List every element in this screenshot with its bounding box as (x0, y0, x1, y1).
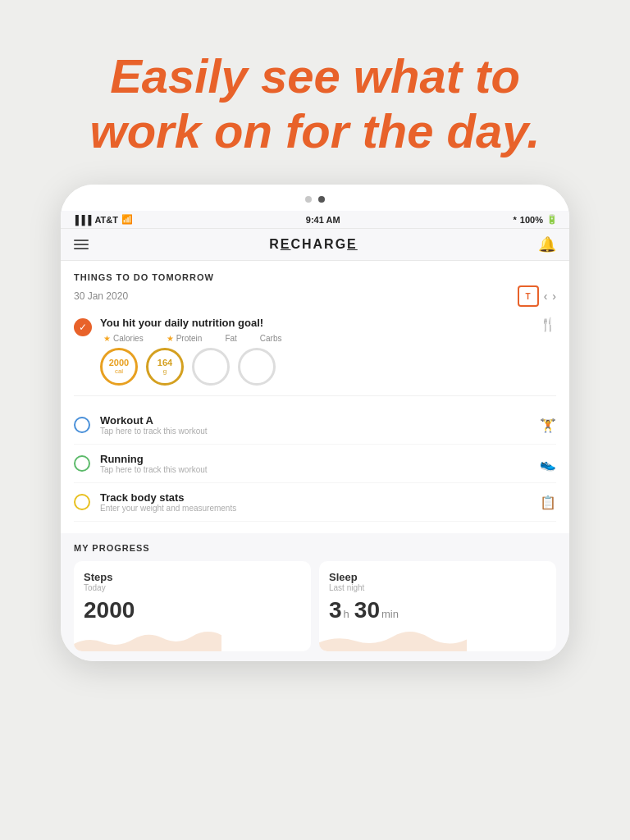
status-left: ▐▐▐ AT&T 📶 (72, 214, 133, 225)
macro-labels: ★ Calories ★ Protein Fat Carbs (103, 334, 540, 343)
steps-sub: Today (84, 583, 301, 592)
phone-frame: ▐▐▐ AT&T 📶 9:41 AM * 100% 🔋 RECHARGE 🔔 (61, 185, 569, 661)
task-text-workout: Workout A Tap here to track this workout (100, 414, 540, 436)
battery-label: 100% (520, 215, 543, 225)
carousel-dots (61, 185, 569, 211)
task-sub-running: Tap here to track this workout (100, 465, 540, 474)
fat-circle[interactable] (192, 348, 230, 386)
page-wrapper: Easily see what to work on for the day. … (0, 0, 630, 840)
task-title-bodystats: Track body stats (100, 491, 540, 504)
task-row-workout[interactable]: Workout A Tap here to track this workout… (74, 406, 556, 445)
bodystats-icon: 📋 (540, 495, 556, 510)
task-title-workout: Workout A (100, 414, 540, 427)
steps-label: Steps (84, 571, 301, 583)
task-sub-workout: Tap here to track this workout (100, 427, 540, 436)
task-circle-bodystats (74, 494, 90, 510)
carrier-label: AT&T (94, 215, 118, 225)
sleep-card[interactable]: Sleep Last night 3 h 30 min (319, 561, 556, 651)
status-right: * 100% 🔋 (514, 214, 558, 225)
battery-icon: 🔋 (546, 214, 558, 225)
app-content: THINGS TO DO TOMORROW 30 Jan 2020 T ‹ › … (61, 261, 569, 533)
dot-1[interactable] (305, 196, 312, 203)
running-icon: 👟 (540, 456, 556, 472)
steps-number: 2000 (84, 597, 135, 623)
app-title: RECHARGE (269, 237, 358, 252)
signal-icon: ▐▐▐ (72, 215, 91, 225)
section-date: 30 Jan 2020 (74, 290, 128, 302)
steps-value: 2000 (84, 597, 301, 623)
status-bar: ▐▐▐ AT&T 📶 9:41 AM * 100% 🔋 (61, 211, 569, 229)
today-badge[interactable]: T (518, 285, 539, 307)
nav-bar: RECHARGE 🔔 (61, 229, 569, 261)
prev-arrow[interactable]: ‹ (544, 290, 548, 303)
carbs-circle[interactable] (238, 348, 276, 386)
task-title-running: Running (100, 453, 540, 465)
task-row-bodystats[interactable]: Track body stats Enter your weight and m… (74, 483, 556, 522)
wifi-icon: 📶 (121, 214, 133, 225)
task-row-running[interactable]: Running Tap here to track this workout 👟 (74, 445, 556, 483)
notification-bell[interactable]: 🔔 (538, 235, 556, 253)
sleep-minutes-unit: min (381, 608, 399, 620)
protein-circle[interactable]: 164 g (146, 348, 184, 386)
hero-title: Easily see what to work on for the day. (90, 49, 541, 158)
hamburger-menu[interactable] (74, 240, 89, 249)
label-fat: Fat (225, 334, 236, 343)
task-circle-running (74, 455, 90, 472)
progress-cards: Steps Today 2000 Sleep Last night 3 h (74, 561, 556, 651)
nutrition-title: You hit your daily nutrition goal! (100, 317, 540, 329)
hero-line1: Easily see what to (110, 49, 520, 103)
sleep-hours: 3 (329, 597, 342, 623)
task-text-running: Running Tap here to track this workout (100, 453, 540, 474)
nutrition-row: ✓ You hit your daily nutrition goal! ★ C… (74, 317, 556, 396)
dot-2[interactable] (318, 196, 325, 203)
date-nav: T ‹ › (518, 285, 556, 307)
nutrition-details: You hit your daily nutrition goal! ★ Cal… (100, 317, 540, 386)
nutrition-icon: 🍴 (540, 317, 556, 332)
sleep-sub: Last night (329, 583, 546, 592)
task-text-bodystats: Track body stats Enter your weight and m… (100, 491, 540, 513)
calories-circle[interactable]: 2000 cal (100, 348, 138, 386)
workout-icon: 🏋 (540, 418, 556, 433)
macro-circles: 2000 cal 164 g (100, 348, 540, 386)
task-sub-bodystats: Enter your weight and measurements (100, 504, 540, 513)
sleep-label: Sleep (329, 571, 546, 583)
hero-section: Easily see what to work on for the day. (41, 49, 590, 158)
sleep-value: 3 h 30 min (329, 597, 546, 623)
status-time: 9:41 AM (306, 215, 340, 225)
task-circle-workout (74, 417, 90, 433)
steps-card[interactable]: Steps Today 2000 (74, 561, 311, 651)
hero-line2: work on for the day. (90, 104, 541, 158)
next-arrow[interactable]: › (552, 290, 556, 303)
sleep-minutes: 30 (354, 597, 380, 623)
check-icon: ✓ (74, 318, 92, 336)
bluetooth-icon: * (514, 215, 517, 225)
sleep-hours-unit: h (344, 608, 349, 620)
label-calories: ★ Calories (103, 334, 144, 343)
section-title: THINGS TO DO TOMORROW (74, 272, 556, 282)
label-protein: ★ Protein (167, 334, 203, 343)
section-date-row: 30 Jan 2020 T ‹ › (74, 285, 556, 307)
label-carbs: Carbs (260, 334, 282, 343)
progress-title: MY PROGRESS (74, 543, 556, 553)
progress-section: MY PROGRESS Steps Today 2000 Sleep La (61, 533, 569, 661)
